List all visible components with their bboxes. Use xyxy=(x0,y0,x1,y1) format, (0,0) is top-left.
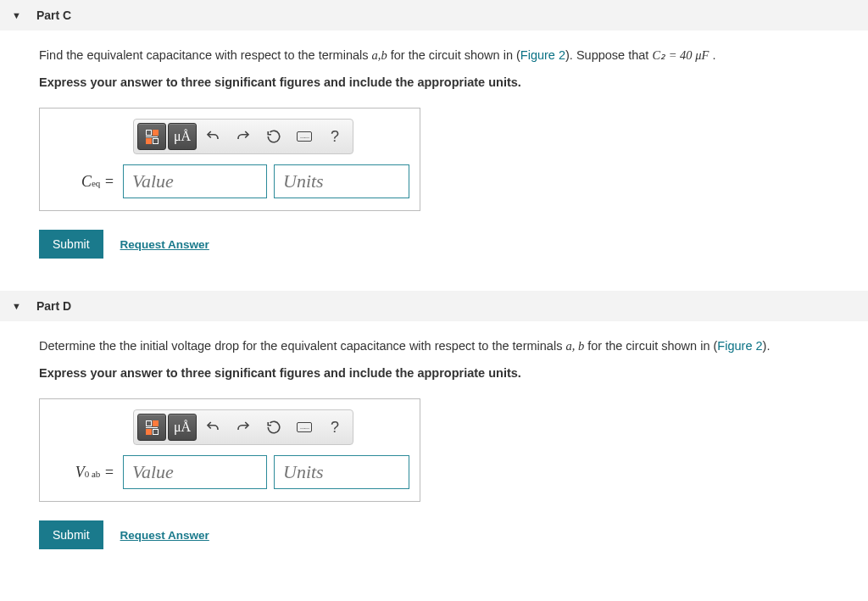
redo-button[interactable] xyxy=(229,123,258,150)
question-text: Find the equivalent capacitance with res… xyxy=(39,46,829,65)
units-input[interactable] xyxy=(274,455,409,489)
symbols-button[interactable]: μÅ xyxy=(168,414,197,441)
question-prefix: Find the equivalent capacitance with res… xyxy=(39,48,372,62)
part-title: Part C xyxy=(36,8,71,22)
units-input[interactable] xyxy=(274,164,409,198)
fraction-template-icon xyxy=(146,420,159,435)
request-answer-link[interactable]: Request Answer xyxy=(120,238,209,251)
submit-row: Submit Request Answer xyxy=(39,230,829,259)
answer-box: μÅ ? xyxy=(39,108,420,211)
help-button[interactable]: ? xyxy=(320,123,349,150)
collapse-caret-icon: ▼ xyxy=(12,301,21,311)
fraction-template-icon xyxy=(146,130,159,144)
variable-label: Ceq = xyxy=(50,173,116,191)
redo-icon xyxy=(236,129,251,144)
part-body: Find the equivalent capacitance with res… xyxy=(0,31,868,274)
question-text: Determine the the initial voltage drop f… xyxy=(39,337,829,356)
redo-icon xyxy=(236,420,251,435)
input-row: V0 ab = xyxy=(40,450,420,501)
toolbar-area: μÅ ? xyxy=(40,109,420,159)
value-input[interactable] xyxy=(123,455,267,489)
undo-button[interactable] xyxy=(198,123,227,150)
given-expression: C₂ = 40 μF xyxy=(652,48,709,62)
question-mid: for the circuit shown in ( xyxy=(584,339,717,353)
terminals: a,b xyxy=(372,48,387,62)
submit-row: Submit Request Answer xyxy=(39,520,829,549)
collapse-caret-icon: ▼ xyxy=(12,10,21,20)
reset-button[interactable] xyxy=(259,414,288,441)
figure-link[interactable]: Figure 2 xyxy=(717,339,762,353)
mu-angstrom-icon: μÅ xyxy=(174,129,191,144)
part-header[interactable]: ▼ Part C xyxy=(0,0,868,31)
part-title: Part D xyxy=(36,299,71,313)
part-header[interactable]: ▼ Part D xyxy=(0,291,868,321)
part-d: ▼ Part D Determine the the initial volta… xyxy=(0,291,868,565)
request-answer-link[interactable]: Request Answer xyxy=(120,529,209,542)
templates-button[interactable] xyxy=(137,123,166,150)
value-input[interactable] xyxy=(123,164,267,198)
redo-button[interactable] xyxy=(229,414,258,441)
help-icon: ? xyxy=(331,419,339,437)
keyboard-button[interactable] xyxy=(290,123,319,150)
question-mid: for the circuit shown in ( xyxy=(387,48,520,62)
toolbar-area: μÅ ? xyxy=(40,399,420,450)
reset-icon xyxy=(266,129,281,144)
instruction-text: Express your answer to three significant… xyxy=(39,366,829,380)
reset-button[interactable] xyxy=(259,123,288,150)
terminals: a, b xyxy=(565,339,584,353)
mu-angstrom-icon: μÅ xyxy=(174,420,191,435)
part-body: Determine the the initial voltage drop f… xyxy=(0,321,868,565)
help-button[interactable]: ? xyxy=(320,414,349,441)
undo-icon xyxy=(205,420,220,435)
question-suffix2: . xyxy=(709,48,715,62)
keyboard-icon xyxy=(297,131,312,142)
answer-box: μÅ ? xyxy=(39,398,420,502)
question-suffix1: ). Suppose that xyxy=(565,48,652,62)
instruction-text: Express your answer to three significant… xyxy=(39,75,829,89)
templates-button[interactable] xyxy=(137,414,166,441)
variable-label: V0 ab = xyxy=(50,464,116,481)
reset-icon xyxy=(266,420,281,435)
submit-button[interactable]: Submit xyxy=(39,520,103,549)
symbols-button[interactable]: μÅ xyxy=(168,123,197,150)
figure-link[interactable]: Figure 2 xyxy=(520,48,565,62)
keyboard-button[interactable] xyxy=(290,414,319,441)
question-suffix1: ). xyxy=(763,339,771,353)
question-prefix: Determine the the initial voltage drop f… xyxy=(39,339,565,353)
keyboard-icon xyxy=(297,422,312,432)
undo-button[interactable] xyxy=(198,414,227,441)
submit-button[interactable]: Submit xyxy=(39,230,103,259)
undo-icon xyxy=(205,129,220,144)
formatting-toolbar: μÅ ? xyxy=(133,119,353,154)
formatting-toolbar: μÅ ? xyxy=(133,409,353,445)
help-icon: ? xyxy=(331,128,339,146)
part-c: ▼ Part C Find the equivalent capacitance… xyxy=(0,0,868,274)
input-row: Ceq = xyxy=(40,159,420,210)
